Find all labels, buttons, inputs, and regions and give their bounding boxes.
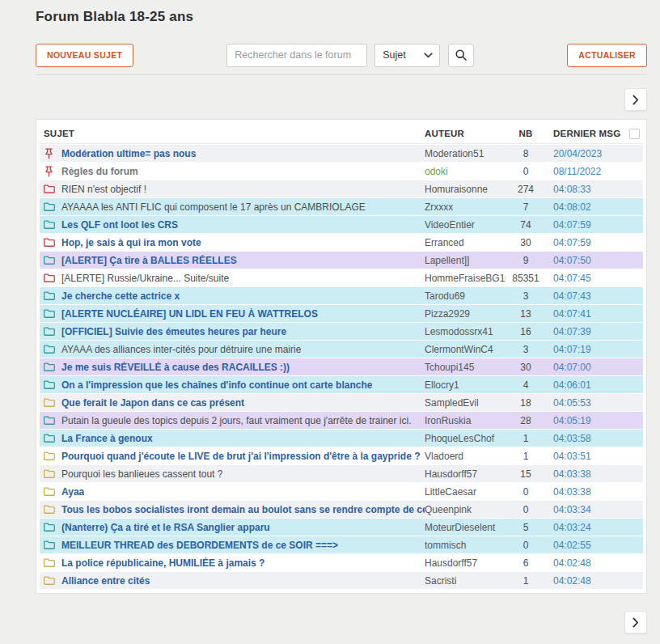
table-row[interactable]: Modération ultime= pas nous Moderation51… [40, 145, 643, 162]
topic-time[interactable]: 04:03:34 [546, 501, 624, 518]
topic-author[interactable]: LittleCaesar [425, 483, 506, 500]
table-row[interactable]: Je me suis RÉVEILLÉ à cause des RACAILLE… [40, 358, 643, 375]
select-all-checkbox[interactable] [629, 129, 640, 139]
topic-author[interactable]: IronRuskia [425, 412, 506, 429]
topic-title[interactable]: Tous les bobos socialistes iront demain … [61, 504, 425, 515]
table-row[interactable]: [ALERTE] Russie/Ukraine... Suite/suite H… [40, 269, 643, 286]
table-row[interactable]: Tous les bobos socialistes iront demain … [40, 501, 643, 518]
topic-title[interactable]: Que ferait le Japon dans ce cas présent [61, 397, 244, 409]
topic-title[interactable]: Je me suis RÉVEILLÉ à cause des RACAILLE… [61, 362, 290, 373]
topic-time[interactable]: 04:07:19 [546, 341, 624, 358]
topic-title[interactable]: Hop, je sais à qui ira mon vote [61, 237, 201, 248]
topic-time[interactable]: 04:07:00 [546, 358, 624, 375]
table-row[interactable]: On a l'impression que les chaînes d'info… [40, 376, 643, 393]
topic-author[interactable]: PhoqueLesChof [425, 430, 506, 447]
table-row[interactable]: Règles du forum odoki 0 08/11/2022 [40, 163, 643, 180]
topic-author[interactable]: MoteurDieselent [425, 519, 506, 536]
search-input[interactable] [226, 44, 367, 67]
topic-title[interactable]: Règles du forum [61, 166, 138, 177]
topic-time[interactable]: 04:08:02 [546, 198, 624, 215]
next-page-button[interactable] [624, 611, 647, 633]
topic-title[interactable]: [ALERTE NUCLÉAIRE] UN LIDL EN FEU À WATT… [61, 308, 318, 320]
topic-author[interactable]: Homuraisonne [425, 180, 506, 197]
table-row[interactable]: [OFFICIEL] Suivie des émeutes heures par… [40, 323, 643, 340]
topic-time[interactable]: 04:08:33 [546, 180, 624, 197]
table-row[interactable]: (Nanterre) Ça a tiré et le RSA Sanglier … [40, 519, 643, 536]
table-row[interactable]: Hop, je sais à qui ira mon vote Erranced… [40, 234, 643, 251]
table-row[interactable]: Je cherche cette actrice x Tarodu69 3 04… [40, 287, 643, 304]
topic-title[interactable]: On a l'impression que les chaînes d'info… [61, 379, 372, 391]
search-scope-select[interactable]: Sujet [374, 44, 440, 67]
topic-time[interactable]: 04:03:38 [546, 483, 624, 500]
header-subject[interactable]: SUJET [40, 124, 425, 144]
table-row[interactable]: RIEN n'est objectif ! Homuraisonne 274 0… [40, 180, 643, 197]
topic-author[interactable]: Hausdorff57 [425, 465, 506, 482]
table-row[interactable]: Pourquoi les banlieues cassent tout ? Ha… [40, 465, 643, 482]
topic-title[interactable]: Je cherche cette actrice x [61, 290, 180, 302]
topic-title[interactable]: Putain la gueule des topics depuis 2 jou… [61, 415, 412, 426]
topic-time[interactable]: 04:07:39 [546, 323, 624, 340]
topic-author[interactable]: Queenpink [425, 501, 506, 518]
table-row[interactable]: AYAAA des alliances inter-cités pour dét… [40, 341, 643, 358]
topic-time[interactable]: 08/11/2022 [546, 163, 624, 180]
topic-title[interactable]: (Nanterre) Ça a tiré et le RSA Sanglier … [61, 522, 270, 533]
topic-title[interactable]: Modération ultime= pas nous [61, 148, 196, 159]
topic-time[interactable]: 04:07:59 [546, 216, 624, 233]
table-row[interactable]: Ayaa LittleCaesar 0 04:03:38 [40, 483, 643, 500]
table-row[interactable]: Alliance entre cités Sacristi 1 04:02:48 [40, 572, 643, 589]
topic-author[interactable]: Pizza2929 [425, 305, 506, 322]
topic-time[interactable]: 04:05:19 [546, 412, 624, 429]
topic-title[interactable]: La police républicaine, HUMILIÉE à jamai… [61, 557, 264, 569]
topic-title[interactable]: [ALERTE] Ça tire à BALLES RÉELLES [61, 255, 237, 266]
header-author[interactable]: AUTEUR [425, 124, 506, 144]
topic-author[interactable]: Ellocry1 [425, 376, 506, 393]
table-row[interactable]: Les QLF ont loot les CRS VideoEntier 74 … [40, 216, 643, 233]
table-row[interactable]: MEILLEUR THREAD des DEBORDEMENTS de ce S… [40, 536, 643, 553]
topic-title[interactable]: Pourquoi quand j'écoute le LIVE de brut … [61, 451, 421, 462]
topic-title[interactable]: [ALERTE] Russie/Ukraine... Suite/suite [61, 273, 229, 284]
topic-time[interactable]: 04:03:58 [546, 430, 624, 447]
topic-author[interactable]: odoki [425, 163, 506, 180]
topic-author[interactable]: Tchoupi145 [425, 358, 506, 375]
topic-time[interactable]: 04:07:50 [546, 252, 624, 269]
topic-author[interactable]: HommeFraiseBG10 [425, 269, 506, 286]
table-row[interactable]: La police républicaine, HUMILIÉE à jamai… [40, 554, 643, 571]
topic-title[interactable]: RIEN n'est objectif ! [61, 184, 146, 195]
topic-time[interactable]: 04:03:38 [546, 465, 624, 482]
topic-author[interactable]: Lesmodossrx41 [425, 323, 506, 340]
topic-author[interactable]: VideoEntier [425, 216, 506, 233]
topic-title[interactable]: [OFFICIEL] Suivie des émeutes heures par… [61, 326, 286, 337]
topic-author[interactable]: Hausdorff57 [425, 554, 506, 571]
topic-author[interactable]: Sacristi [425, 572, 506, 589]
topic-author[interactable]: SampledEvil [425, 394, 506, 411]
topic-title[interactable]: Ayaa [61, 486, 84, 498]
search-button[interactable] [448, 44, 474, 67]
topic-author[interactable]: tommisch [425, 536, 506, 553]
topic-time[interactable]: 04:06:01 [546, 376, 624, 393]
topic-author[interactable]: Zrxxxx [425, 198, 506, 215]
next-page-button[interactable] [624, 88, 647, 111]
topic-time[interactable]: 04:03:51 [546, 447, 624, 464]
table-row[interactable]: Putain la gueule des topics depuis 2 jou… [40, 412, 643, 429]
table-row[interactable]: AYAAAA les ANTI FLIC qui composent le 17… [40, 198, 643, 215]
topic-time[interactable]: 04:02:48 [546, 572, 624, 589]
topic-author[interactable]: Moderation51 [425, 145, 506, 162]
topic-author[interactable]: Erranced [425, 234, 506, 251]
topic-time[interactable]: 04:07:43 [546, 287, 624, 304]
table-row[interactable]: [ALERTE NUCLÉAIRE] UN LIDL EN FEU À WATT… [40, 305, 643, 322]
topic-title[interactable]: Les QLF ont loot les CRS [61, 219, 178, 231]
topic-title[interactable]: Alliance entre cités [61, 575, 150, 587]
header-last-msg[interactable]: DERNIER MSG [546, 124, 624, 144]
table-row[interactable]: [ALERTE] Ça tire à BALLES RÉELLES Lapell… [40, 252, 643, 269]
topic-time[interactable]: 04:02:48 [546, 554, 624, 571]
topic-author[interactable]: Tarodu69 [425, 287, 506, 304]
table-row[interactable]: Que ferait le Japon dans ce cas présent … [40, 394, 643, 411]
topic-time[interactable]: 04:03:24 [546, 519, 624, 536]
topic-title[interactable]: Pourquoi les banlieues cassent tout ? [61, 468, 222, 480]
topic-time[interactable]: 04:07:45 [546, 269, 624, 286]
table-row[interactable]: Pourquoi quand j'écoute le LIVE de brut … [40, 447, 643, 464]
topic-title[interactable]: AYAAAA les ANTI FLIC qui composent le 17… [61, 201, 366, 213]
topic-author[interactable]: Lapellent]] [425, 252, 506, 269]
refresh-button[interactable]: ACTUALISER [567, 44, 647, 67]
topic-time[interactable]: 04:02:55 [546, 536, 624, 553]
